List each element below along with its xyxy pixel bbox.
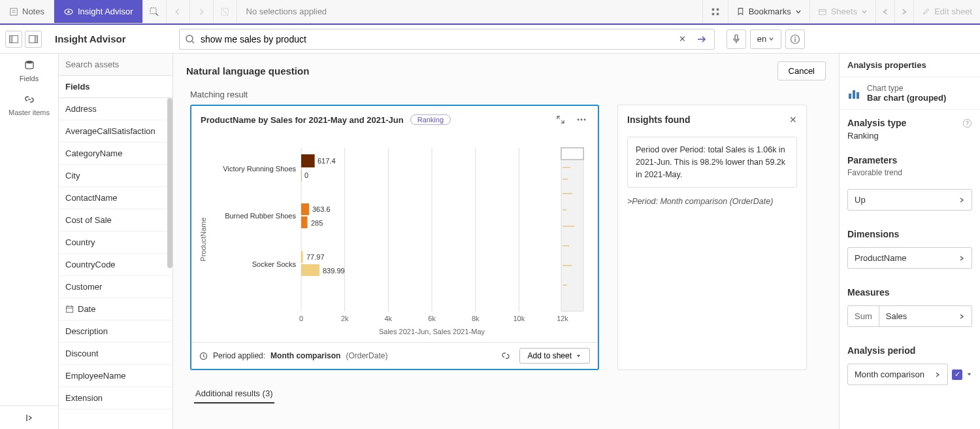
bookmarks-button[interactable]: Bookmarks [728, 0, 809, 23]
chart-card: ProductName by Sales for 2021-May and 20… [190, 105, 599, 370]
field-item[interactable]: CategoryName [59, 143, 172, 165]
field-item[interactable]: Country [59, 232, 172, 254]
fields-section-header: Fields [59, 76, 172, 98]
chevron-down-icon [795, 9, 802, 15]
caret-down-icon[interactable] [966, 371, 972, 377]
clear-icon [220, 7, 229, 16]
period-chip[interactable]: Month comparison [847, 364, 948, 385]
field-item[interactable]: AverageCallSatisfaction [59, 120, 172, 143]
submit-search-button[interactable] [694, 32, 709, 46]
nlq-heading: Natural language question [186, 65, 309, 77]
left-panel-toggle[interactable] [5, 31, 22, 48]
database-icon [24, 60, 35, 71]
field-item[interactable]: Date [59, 298, 172, 320]
svg-point-27 [25, 61, 33, 63]
period-checkbox[interactable]: ✓ [952, 369, 962, 380]
scrollbar-thumb[interactable] [167, 98, 172, 268]
field-item[interactable]: CountryCode [59, 254, 172, 276]
grid-icon [711, 7, 720, 16]
svg-text:8k: 8k [472, 315, 480, 322]
collapse-icon [25, 413, 34, 422]
svg-rect-29 [66, 306, 73, 312]
chevron-right-icon [934, 371, 941, 378]
sheets-label: Sheets [831, 7, 857, 16]
fav-trend-label: Favorable trend [847, 168, 972, 177]
explore-button[interactable] [497, 347, 514, 364]
svg-text:0: 0 [304, 171, 308, 179]
svg-text:77.97: 77.97 [306, 253, 325, 261]
period-applied-label: Period applied: [213, 351, 265, 360]
svg-rect-18 [35, 35, 38, 43]
next-sheet-button[interactable] [894, 0, 913, 23]
tab-insight-advisor[interactable]: Insight Advisor [54, 0, 143, 23]
field-list[interactable]: Address AverageCallSatisfaction Category… [59, 98, 172, 429]
chart-menu-button[interactable] [574, 112, 589, 127]
clear-search-button[interactable]: ✕ [675, 32, 689, 46]
info-icon [790, 34, 800, 44]
field-item[interactable]: EmployeeName [59, 365, 172, 387]
prev-sheet-button[interactable] [875, 0, 894, 23]
arrow-right-icon [696, 35, 707, 44]
field-item[interactable]: Address [59, 98, 172, 120]
edit-sheet-button[interactable]: Edit sheet [913, 0, 980, 23]
step-forward-button[interactable] [190, 0, 214, 23]
rail-master-items[interactable]: Master items [0, 88, 58, 122]
chart-type-row[interactable]: Chart type Bar chart (grouped) [840, 77, 980, 110]
svg-rect-59 [301, 203, 309, 215]
svg-line-20 [192, 41, 194, 43]
cancel-button[interactable]: Cancel [777, 61, 826, 80]
svg-rect-69 [561, 148, 583, 311]
svg-text:839.99: 839.99 [323, 267, 345, 275]
field-item[interactable]: Extension [59, 387, 172, 409]
chart-body[interactable]: ProductName 0 2k [191, 131, 598, 342]
field-item[interactable]: ContactName [59, 187, 172, 209]
insights-title: Insights found [627, 114, 690, 125]
dimension-chip[interactable]: ProductName [847, 247, 972, 269]
rail-fields[interactable]: Fields [0, 54, 58, 88]
svg-rect-11 [711, 12, 714, 15]
svg-point-37 [584, 119, 586, 121]
help-button[interactable] [785, 29, 805, 49]
tab-notes[interactable]: Notes [0, 0, 54, 23]
selections-tool-button[interactable] [702, 0, 728, 23]
svg-rect-5 [150, 8, 156, 14]
collapse-rail-button[interactable] [0, 405, 58, 429]
svg-text:Sales 2021-Jun, Sales 2021-May: Sales 2021-Jun, Sales 2021-May [379, 328, 485, 335]
step-forward-icon [197, 7, 206, 16]
svg-rect-70 [561, 148, 583, 160]
sheets-button[interactable]: Sheets [809, 0, 875, 23]
fullscreen-button[interactable] [553, 112, 568, 127]
field-item[interactable]: City [59, 165, 172, 187]
search-input[interactable] [201, 34, 670, 44]
clear-selections-button[interactable] [214, 0, 237, 23]
smart-search-button[interactable] [143, 0, 167, 23]
bookmark-icon [736, 7, 745, 16]
analysis-type-value: Ranking [840, 131, 980, 147]
svg-rect-12 [716, 12, 719, 15]
top-toolbar: Notes Insight Advisor No selections appl… [0, 0, 980, 24]
step-back-button[interactable] [167, 0, 190, 23]
language-select[interactable]: en [750, 29, 781, 49]
search-assets-input[interactable] [59, 54, 172, 76]
svg-point-4 [67, 10, 70, 13]
svg-line-8 [223, 9, 227, 14]
help-icon[interactable]: ? [962, 118, 972, 128]
voice-input-button[interactable] [727, 29, 746, 49]
field-item[interactable]: Description [59, 320, 172, 343]
chart-type-value: Bar chart (grouped) [867, 93, 946, 103]
add-to-sheet-button[interactable]: Add to sheet [519, 348, 590, 364]
smart-search-icon [149, 7, 159, 17]
fav-trend-chip[interactable]: Up [847, 189, 972, 211]
field-item[interactable]: Cost of Sale [59, 209, 172, 232]
measure-chip[interactable]: Sum Sales [847, 305, 972, 327]
field-item[interactable]: Customer [59, 276, 172, 298]
period-applied-value: Month comparison [270, 351, 340, 360]
additional-results-tab[interactable]: Additional results (3) [194, 385, 274, 403]
right-panel-toggle[interactable] [25, 31, 42, 48]
field-item[interactable]: Discount [59, 343, 172, 365]
close-insights-button[interactable]: ✕ [789, 114, 797, 125]
microphone-icon [732, 34, 741, 44]
svg-rect-54 [301, 154, 315, 167]
svg-text:Victory Running Shoes: Victory Running Shoes [223, 165, 296, 173]
chevron-right-icon [958, 313, 965, 320]
